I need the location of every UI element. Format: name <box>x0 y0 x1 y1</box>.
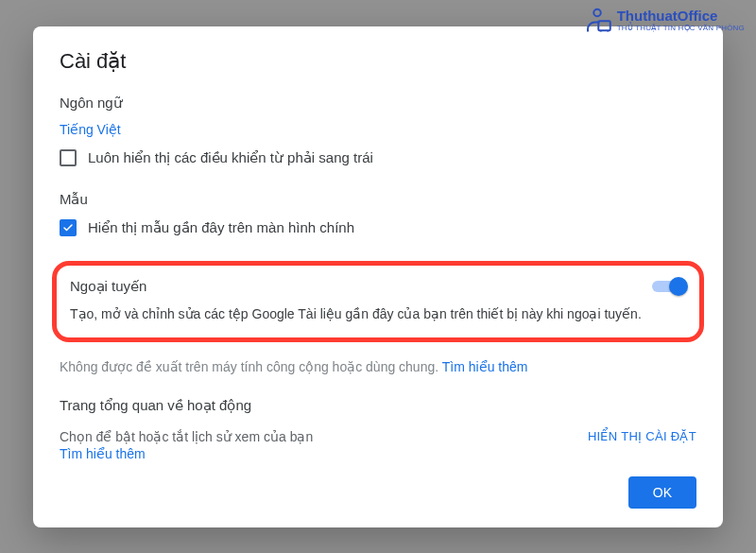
show-settings-button[interactable]: HIỂN THỊ CÀI ĐẶT <box>588 423 696 443</box>
offline-toggle[interactable] <box>652 277 686 296</box>
templates-heading: Mẫu <box>60 191 696 208</box>
offline-heading: Ngoại tuyến <box>70 278 146 295</box>
offline-highlight: Ngoại tuyến Tạo, mở và chỉnh sửa các tệp… <box>52 261 704 342</box>
activity-heading: Trang tổng quan về hoạt động <box>60 397 696 414</box>
svg-rect-1 <box>598 21 610 30</box>
offline-warning: Không được đề xuất trên máy tính công cộ… <box>60 359 696 374</box>
watermark-brand: ThuthuatOffice <box>617 8 718 24</box>
language-heading: Ngôn ngữ <box>60 95 696 112</box>
activity-learn-more-link[interactable]: Tìm hiểu thêm <box>60 446 146 461</box>
watermark: ThuthuatOffice THỦ THUẬT TIN HỌC VĂN PHÒ… <box>583 6 745 34</box>
templates-checkbox[interactable] <box>60 219 77 236</box>
offline-learn-more-link[interactable]: Tìm hiểu thêm <box>442 359 528 374</box>
rtl-checkbox[interactable] <box>60 149 77 166</box>
dialog-title: Cài đặt <box>60 49 696 74</box>
language-current-link[interactable]: Tiếng Việt <box>60 122 121 137</box>
check-icon <box>62 222 74 233</box>
rtl-checkbox-label: Luôn hiển thị các điều khiển từ phải san… <box>88 149 373 166</box>
activity-description: Chọn để bật hoặc tắt lịch sử xem của bạn <box>60 429 313 444</box>
ok-button[interactable]: OK <box>628 476 696 509</box>
svg-point-0 <box>593 9 601 17</box>
offline-warning-text: Không được đề xuất trên máy tính công cộ… <box>60 359 442 374</box>
watermark-icon <box>583 6 611 34</box>
templates-checkbox-label: Hiển thị mẫu gần đây trên màn hình chính <box>88 219 354 236</box>
settings-dialog: Cài đặt Ngôn ngữ Tiếng Việt Luôn hiển th… <box>33 26 723 527</box>
offline-description: Tạo, mở và chỉnh sửa các tệp Google Tài … <box>70 305 686 324</box>
watermark-tagline: THỦ THUẬT TIN HỌC VĂN PHÒNG <box>617 24 745 32</box>
